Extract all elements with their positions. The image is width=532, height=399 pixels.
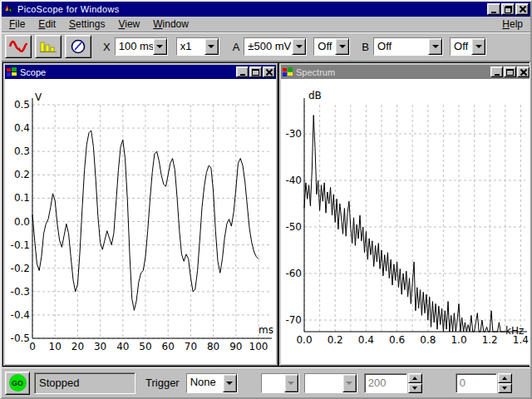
timebase-dropdown-button[interactable] [153,38,167,55]
meter-view-button[interactable] [65,35,91,58]
spectrum-title: Spectrum [293,67,490,77]
channel-b-range-value: Off [374,38,428,55]
trigger-delay-spinner[interactable]: 0 [456,373,512,393]
svg-text:90: 90 [229,341,242,352]
trigger-channel-combo[interactable] [261,373,299,393]
svg-text:0.3: 0.3 [14,145,30,157]
svg-text:0.1: 0.1 [14,192,30,204]
svg-text:-0.5: -0.5 [11,332,30,344]
channel-a-mode-combo[interactable]: Off [313,37,350,56]
svg-text:80: 80 [207,341,219,352]
channel-a-range-value: ±500 mV [244,38,292,55]
chevron-down-icon [475,45,482,48]
menu-settings[interactable]: Settings [62,17,111,32]
picoscope-window: PicoScope for Windows File Edit Settings… [0,0,532,399]
svg-text:10: 10 [49,341,62,352]
trigger-label: Trigger [145,377,180,389]
svg-text:60: 60 [162,341,175,352]
main-titlebar[interactable]: PicoScope for Windows [2,2,530,17]
menubar: File Edit Settings View Window Help [2,17,530,32]
svg-text:0.8: 0.8 [420,334,436,346]
svg-text:-0.1: -0.1 [11,239,30,251]
spectrum-minimize-button[interactable] [490,66,503,77]
scope-view-button[interactable] [5,35,32,58]
svg-text:0.5: 0.5 [14,99,30,111]
scope-minimize-button[interactable] [236,66,249,77]
delay-value: 0 [456,373,497,393]
minimize-icon [491,12,496,13]
channel-b-mode-combo[interactable]: Off [450,37,486,56]
scope-plot-area: 0.50.40.30.20.10.0-0.1-0.2-0.3-0.4-0.501… [5,79,276,364]
menu-window[interactable]: Window [146,17,195,32]
trigger-mode-combo[interactable]: None [186,373,238,393]
scope-maximize-button[interactable] [249,66,262,77]
close-icon [520,69,527,76]
svg-text:1.2: 1.2 [482,334,498,346]
scope-chart: 0.50.40.30.20.10.0-0.1-0.2-0.3-0.4-0.501… [5,79,276,364]
trigger-channel-dropdown-button[interactable] [284,374,298,392]
sine-wave-icon [9,40,27,53]
svg-text:-70: -70 [285,314,302,326]
spectrum-close-button[interactable] [517,66,530,77]
channel-a-range-dropdown-button[interactable] [292,38,306,55]
go-button[interactable]: GO [5,372,30,395]
svg-text:dB: dB [308,90,322,101]
chevron-down-icon [432,45,439,48]
menu-help[interactable]: Help [495,17,530,32]
toolbar: X 100 ms x1 A ±500 mV Off B Off Off [2,32,530,62]
spectrum-titlebar[interactable]: Spectrum [281,65,530,79]
svg-text:ms: ms [259,324,273,336]
scope-close-button[interactable] [263,66,275,77]
multiplier-combo[interactable]: x1 [176,37,219,56]
trigger-threshold-spinner[interactable]: 200 [364,373,422,393]
trigger-direction-dropdown-button[interactable] [342,374,357,392]
menu-file[interactable]: File [2,17,32,32]
spectrum-chart: -30-40-50-60-700.00.20.40.60.81.01.21.4d… [281,79,530,364]
status-text: Stopped [39,377,79,389]
channel-b-range-combo[interactable]: Off [373,37,443,56]
status-box: Stopped [34,372,135,394]
chevron-down-icon [288,382,294,385]
spectrum-view-button[interactable] [35,35,62,58]
statusbar: GO Stopped Trigger None 200 0 [2,367,530,397]
menu-view[interactable]: View [111,17,146,32]
menu-edit[interactable]: Edit [32,17,62,32]
svg-text:50: 50 [139,341,151,352]
svg-text:-0.2: -0.2 [11,263,30,274]
close-icon [519,6,525,12]
chevron-down-icon [156,45,163,48]
threshold-up-button[interactable] [408,373,422,383]
threshold-down-button[interactable] [408,383,422,393]
svg-text:-30: -30 [285,128,302,140]
svg-text:1.0: 1.0 [451,334,466,346]
channel-a-label: A [233,41,240,53]
channel-b-label: B [362,41,369,53]
trigger-dropdown-button[interactable] [223,374,237,392]
multiplier-dropdown-button[interactable] [204,38,219,55]
scope-titlebar[interactable]: Scope [5,65,276,79]
timebase-combo[interactable]: 100 ms [115,37,168,56]
channel-a-mode-dropdown-button[interactable] [335,38,349,55]
channel-b-range-dropdown-button[interactable] [428,38,442,55]
svg-text:40: 40 [116,341,129,352]
svg-text:30: 30 [94,341,106,352]
spectrum-maximize-button[interactable] [504,66,516,77]
channel-a-range-combo[interactable]: ±500 mV [244,37,307,56]
chevron-down-icon [346,382,352,385]
svg-text:0.2: 0.2 [14,169,30,180]
minimize-button[interactable] [487,3,500,15]
channel-a-mode-value: Off [314,38,335,55]
arrow-down-icon [502,387,507,390]
svg-text:100: 100 [249,341,268,352]
trigger-direction-combo[interactable] [304,373,357,393]
channel-b-mode-dropdown-button[interactable] [471,38,485,55]
close-button[interactable] [515,3,529,15]
svg-text:0.6: 0.6 [389,334,405,346]
delay-up-button[interactable] [498,373,512,383]
delay-down-button[interactable] [498,383,512,393]
app-icon [3,3,15,15]
svg-text:0.4: 0.4 [14,122,30,134]
svg-text:-60: -60 [285,268,302,279]
mdi-area: Scope 0.50.40.30.20.10.0-0.1-0.2-0.3-0.4… [2,62,530,367]
restore-button[interactable] [501,3,515,15]
